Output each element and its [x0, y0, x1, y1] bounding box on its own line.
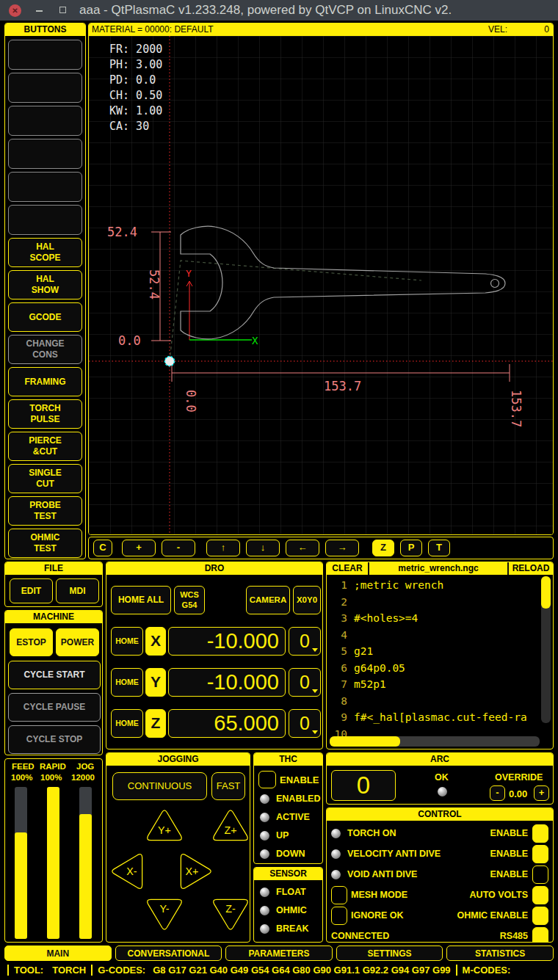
- tab-settings[interactable]: SETTINGS: [336, 945, 443, 961]
- dro-panel: DRO HOME ALL WCS G54 CAMERA X0Y0 HOME X …: [106, 562, 323, 749]
- override-minus-button[interactable]: -: [490, 785, 505, 801]
- ohmic-enable-checkbox[interactable]: [532, 907, 548, 925]
- override-plus-button[interactable]: +: [534, 785, 549, 801]
- chevron-down-icon: [312, 648, 318, 652]
- buttons-panel-title: BUTTONS: [5, 23, 85, 36]
- feed-override-slider[interactable]: [15, 787, 27, 939]
- jog-fast-button[interactable]: FAST: [211, 772, 245, 800]
- estop-button[interactable]: ESTOP: [10, 628, 53, 656]
- axis-z-select[interactable]: Z: [145, 709, 166, 738]
- user-button-3[interactable]: [8, 106, 82, 136]
- hal-show-button[interactable]: HAL SHOW: [8, 270, 82, 300]
- gcode-button[interactable]: GCODE: [8, 302, 82, 332]
- clear-plot-button[interactable]: C: [93, 540, 112, 556]
- hal-scope-button[interactable]: HAL SCOPE: [8, 238, 82, 267]
- connected-label: CONNECTED: [331, 931, 389, 941]
- tab-statistics[interactable]: STATISTICS: [446, 945, 554, 961]
- view-t-button[interactable]: T: [428, 540, 450, 556]
- override-value: 0.00: [509, 788, 527, 799]
- framing-button[interactable]: FRAMING: [8, 367, 82, 396]
- close-icon[interactable]: ✕: [9, 4, 21, 17]
- gcode-vscroll-thumb[interactable]: [541, 576, 551, 609]
- reload-file-button[interactable]: RELOAD: [507, 562, 553, 575]
- machine-panel: MACHINE ESTOP POWER CYCLE START CYCLE PA…: [4, 610, 103, 755]
- gcode-preview-canvas[interactable]: FR: 2000 PH: 3.00 PD: 0.0 CH: 0.50 KW: 1…: [89, 36, 553, 534]
- user-button-6[interactable]: [8, 205, 82, 235]
- torch-pulse-button[interactable]: TORCH PULSE: [8, 399, 82, 429]
- zoom-out-button[interactable]: -: [162, 540, 195, 556]
- gcode-hscroll-thumb[interactable]: [330, 736, 400, 747]
- cycle-start-button[interactable]: CYCLE START: [8, 661, 101, 689]
- pan-left-button[interactable]: ←: [286, 540, 319, 556]
- view-p-button[interactable]: P: [400, 540, 422, 556]
- user-button-2[interactable]: [8, 73, 82, 103]
- pan-down-button[interactable]: ↓: [246, 540, 280, 556]
- thc-panel: THC ENABLE ENABLED ACTIVE UP DOWN: [253, 752, 323, 864]
- pan-right-button[interactable]: →: [325, 540, 359, 556]
- gcode-hscrollbar[interactable]: [330, 736, 540, 747]
- velocity-value: 0: [544, 23, 549, 36]
- break-label: BREAK: [276, 923, 308, 934]
- user-button-4[interactable]: [8, 139, 82, 169]
- torch-enable-checkbox[interactable]: [532, 824, 548, 843]
- jog-continuous-button[interactable]: CONTINUOUS: [112, 772, 207, 800]
- jog-rate-slider[interactable]: [79, 787, 92, 939]
- user-button-5[interactable]: [8, 172, 82, 202]
- zero-z-button[interactable]: 0: [289, 709, 321, 738]
- clear-file-button[interactable]: CLEAR: [327, 562, 369, 575]
- gcode-vscrollbar[interactable]: [541, 576, 551, 723]
- tab-parameters[interactable]: PARAMETERS: [225, 945, 333, 961]
- maximize-icon[interactable]: [59, 7, 66, 13]
- jog-x-minus-button[interactable]: X-: [109, 850, 146, 893]
- camera-button[interactable]: CAMERA: [246, 586, 290, 614]
- home-x-button[interactable]: HOME: [111, 627, 143, 656]
- zero-y-button[interactable]: 0: [289, 668, 321, 697]
- jog-z-plus-button[interactable]: Z+: [209, 807, 250, 844]
- gcodes-label: G-CODES:: [98, 965, 145, 976]
- gcode-line: 6g64p0.05: [330, 660, 553, 677]
- minimize-icon[interactable]: [36, 10, 43, 12]
- gcode-line: 3#<holes>=4: [330, 610, 553, 627]
- auto-volts-checkbox[interactable]: [532, 886, 548, 904]
- tab-main[interactable]: MAIN: [4, 945, 112, 961]
- axis-x-select[interactable]: X: [145, 627, 166, 656]
- gcode-text-view[interactable]: 1;metric wrench 2 3#<holes>=4 4 5g21 6g6…: [327, 575, 553, 749]
- svg-text:X+: X+: [186, 865, 199, 877]
- view-z-button[interactable]: Z: [372, 540, 394, 556]
- home-z-button[interactable]: HOME: [111, 709, 143, 738]
- pierce-cut-button[interactable]: PIERCE &CUT: [8, 432, 82, 461]
- wcs-button[interactable]: WCS G54: [174, 586, 205, 614]
- axis-y-select[interactable]: Y: [145, 668, 166, 697]
- user-button-1[interactable]: [8, 40, 82, 70]
- home-all-button[interactable]: HOME ALL: [111, 586, 171, 614]
- velocity-anti-dive-checkbox[interactable]: [532, 845, 548, 863]
- control-panel: CONTROL TORCH ON ENABLE VELOCITY ANTI DI…: [326, 807, 554, 943]
- ohmic-test-button[interactable]: OHMIC TEST: [8, 529, 82, 558]
- rs485-checkbox[interactable]: [532, 927, 548, 943]
- dim-y-span: 52.4: [147, 269, 162, 300]
- probe-test-button[interactable]: PROBE TEST: [8, 496, 82, 526]
- mesh-mode-checkbox[interactable]: [331, 886, 347, 904]
- ignore-ok-checkbox[interactable]: [331, 907, 347, 925]
- float-led: [260, 888, 269, 897]
- stat-pd: PD: 0.0: [109, 73, 156, 87]
- jog-z-minus-button[interactable]: Z-: [209, 896, 250, 932]
- edit-button[interactable]: EDIT: [10, 578, 53, 603]
- home-y-button[interactable]: HOME: [111, 668, 143, 697]
- zero-x-button[interactable]: 0: [289, 627, 321, 656]
- jog-y-plus-button[interactable]: Y+: [143, 807, 186, 844]
- jog-x-plus-button[interactable]: X+: [177, 850, 214, 893]
- thc-enable-checkbox[interactable]: [258, 771, 276, 788]
- mdi-button[interactable]: MDI: [56, 578, 99, 603]
- pan-up-button[interactable]: ↑: [206, 540, 240, 556]
- power-button[interactable]: POWER: [56, 628, 99, 656]
- single-cut-button[interactable]: SINGLE CUT: [8, 464, 82, 493]
- rapid-override-slider[interactable]: [47, 787, 59, 939]
- x0y0-button[interactable]: X0Y0: [293, 586, 321, 614]
- zoom-in-button[interactable]: +: [122, 540, 156, 556]
- material-label[interactable]: MATERIAL = 00000: DEFAULT: [92, 23, 214, 36]
- jog-y-minus-button[interactable]: Y-: [143, 896, 186, 932]
- loaded-filename[interactable]: metric_wrench.ngc: [369, 562, 507, 575]
- void-anti-dive-checkbox[interactable]: [532, 865, 548, 884]
- tab-conversational[interactable]: CONVERSATIONAL: [115, 945, 222, 961]
